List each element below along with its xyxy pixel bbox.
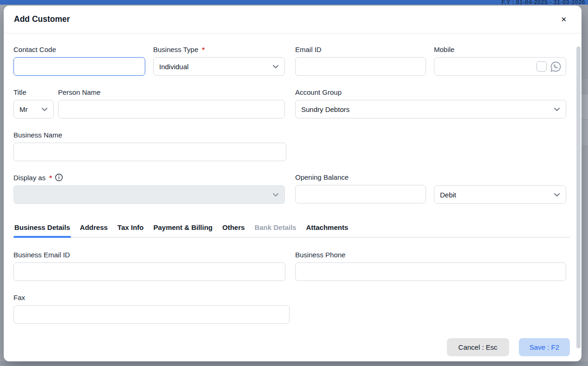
- business-name-input[interactable]: [13, 143, 286, 161]
- tab-panel-row-1: Business Email ID Business Phone: [13, 251, 570, 281]
- title-select[interactable]: Mr: [13, 100, 54, 118]
- tab-bank-details: Bank Details: [253, 223, 297, 237]
- mobile-label: Mobile: [434, 46, 566, 53]
- mobile-field: [434, 57, 566, 76]
- opening-balance-input[interactable]: [295, 185, 426, 203]
- email-id-label: Email ID: [295, 46, 426, 53]
- dialog-title: Add Customer: [14, 14, 70, 24]
- detail-tabs: Business Details Address Tax Info Paymen…: [13, 223, 570, 238]
- tab-payment-billing[interactable]: Payment & Billing: [152, 223, 213, 237]
- form-row-4: Display as * Opening Balan: [13, 173, 570, 204]
- fax-input[interactable]: [13, 305, 290, 324]
- cancel-button[interactable]: Cancel : Esc: [447, 338, 509, 356]
- save-button[interactable]: Save : F2: [519, 338, 570, 356]
- background-page-bottom: [0, 361, 588, 366]
- form-row-1: Contact Code Business Type * Individual …: [13, 46, 570, 76]
- add-customer-dialog: Add Customer ✕ Contact Code Business Typ…: [4, 6, 582, 361]
- display-as-select: [13, 185, 285, 204]
- close-icon[interactable]: ✕: [561, 16, 567, 23]
- chevron-down-icon: [272, 193, 279, 197]
- tab-tax-info[interactable]: Tax Info: [116, 223, 144, 237]
- account-group-select[interactable]: Sundry Debtors: [295, 100, 566, 118]
- tab-address[interactable]: Address: [79, 223, 109, 237]
- whatsapp-icon[interactable]: [550, 61, 562, 72]
- tab-others[interactable]: Others: [221, 223, 246, 237]
- account-group-label: Account Group: [295, 88, 566, 96]
- modal-scrollbar[interactable]: [576, 46, 581, 348]
- business-type-select[interactable]: Individual: [153, 57, 285, 76]
- form-row-3: Business Name: [13, 131, 570, 161]
- required-asterisk: *: [49, 174, 52, 182]
- chevron-down-icon: [272, 65, 279, 69]
- contact-code-input[interactable]: [13, 57, 145, 76]
- contact-code-label: Contact Code: [13, 46, 145, 53]
- fiscal-year-label: F.Y : 01-04-2025 - 31-03-2026: [502, 0, 585, 5]
- app-top-bar: F.Y : 01-04-2025 - 31-03-2026: [0, 0, 588, 5]
- mobile-input[interactable]: [434, 58, 536, 75]
- dialog-footer: Cancel : Esc Save : F2: [447, 338, 570, 356]
- dialog-header: Add Customer ✕: [4, 6, 582, 33]
- business-email-label: Business Email ID: [13, 251, 285, 259]
- business-type-label: Business Type *: [153, 46, 285, 53]
- business-phone-label: Business Phone: [295, 251, 566, 259]
- fax-label: Fax: [13, 294, 290, 301]
- tab-business-details[interactable]: Business Details: [13, 223, 71, 237]
- display-as-label: Display as *: [13, 173, 285, 182]
- dialog-body: Contact Code Business Type * Individual …: [4, 33, 582, 324]
- chevron-down-icon: [554, 107, 560, 111]
- business-phone-input[interactable]: [295, 262, 566, 281]
- form-row-2: Title Mr Person Name Account Group Sundr…: [13, 88, 570, 118]
- info-icon[interactable]: [55, 173, 63, 182]
- tab-panel-row-2: Fax: [13, 294, 570, 324]
- opening-balance-label: Opening Balance: [295, 173, 426, 181]
- business-name-label: Business Name: [13, 131, 286, 139]
- chevron-down-icon: [41, 107, 48, 111]
- background-page-edge: [582, 5, 588, 361]
- chevron-down-icon: [554, 193, 560, 197]
- tab-attachments[interactable]: Attachments: [305, 223, 349, 237]
- person-name-input[interactable]: [58, 100, 285, 118]
- business-email-input[interactable]: [13, 262, 285, 281]
- balance-type-select[interactable]: Debit: [434, 185, 566, 204]
- email-id-input[interactable]: [295, 57, 426, 76]
- whatsapp-checkbox[interactable]: [536, 61, 547, 72]
- required-asterisk: *: [202, 46, 205, 53]
- person-name-label: Person Name: [58, 88, 285, 96]
- title-label: Title: [13, 88, 54, 96]
